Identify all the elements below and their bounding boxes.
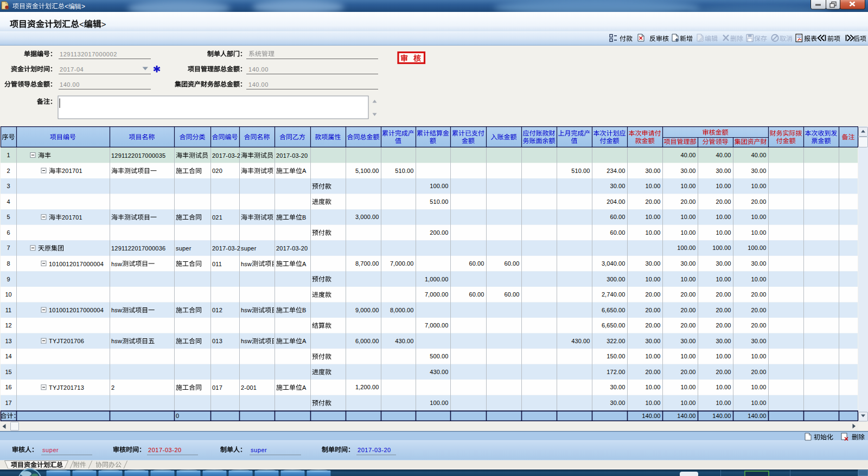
svg-text:1010012017000004: 1010012017000004 [49,307,104,313]
svg-text:TYJT201713: TYJT201713 [49,384,84,391]
svg-text:1,000.00: 1,000.00 [425,276,449,282]
svg-text:hsw: hsw [111,307,122,313]
svg-text:20.00: 20.00 [645,291,660,298]
svg-text:201701: 201701 [62,168,82,174]
svg-text:300.00: 300.00 [607,276,625,282]
svg-text:6,650.00: 6,650.00 [602,322,626,329]
svg-text:7: 7 [7,245,10,251]
svg-text:hsw: hsw [111,261,122,267]
svg-text:8,000.00: 8,000.00 [390,307,414,313]
svg-text:hsw: hsw [241,338,252,344]
svg-text:140.00: 140.00 [677,413,695,419]
svg-text:100.00: 100.00 [712,245,731,251]
svg-text:200.00: 200.00 [430,229,448,236]
svg-text:30.00: 30.00 [716,260,731,267]
svg-text:100.00: 100.00 [430,183,448,189]
svg-text:140.00: 140.00 [248,66,269,73]
svg-text:10.00: 10.00 [751,276,766,282]
svg-text:A: A [302,168,307,174]
svg-text:2: 2 [7,168,10,174]
svg-text:10.00: 10.00 [680,400,695,406]
svg-text:10.00: 10.00 [680,276,695,282]
svg-text:2017-03-20: 2017-03-20 [276,152,308,159]
svg-text:204.00: 204.00 [607,198,625,205]
svg-text:10.00: 10.00 [716,214,731,220]
svg-text:1: 1 [7,152,10,158]
svg-text:430.00: 430.00 [571,338,590,344]
svg-text:2-001: 2-001 [241,384,257,391]
svg-text:10.00: 10.00 [751,384,766,390]
svg-text:10.00: 10.00 [645,229,660,236]
svg-text:10.00: 10.00 [716,384,731,390]
svg-text:super: super [251,447,267,453]
svg-text:13: 13 [5,338,11,344]
svg-text:17: 17 [5,400,11,406]
svg-text:140.00: 140.00 [748,413,766,419]
svg-text:A: A [302,261,307,267]
svg-text:11: 11 [5,307,11,313]
svg-text:1,200.00: 1,200.00 [355,384,379,390]
svg-text:10.00: 10.00 [645,400,660,406]
svg-text:10.00: 10.00 [751,229,766,236]
svg-text:<编辑>: <编辑> [65,3,85,10]
svg-text:1291132017000002: 1291132017000002 [60,51,117,57]
svg-text:20.00: 20.00 [716,322,731,329]
svg-text:10.00: 10.00 [751,353,766,359]
svg-text:430.00: 430.00 [395,338,413,344]
svg-text:6,650.00: 6,650.00 [602,307,626,313]
svg-text:100.00: 100.00 [677,245,695,251]
svg-text:9,000.00: 9,000.00 [355,307,379,313]
svg-text:30.00: 30.00 [716,338,731,344]
svg-text:8,700.00: 8,700.00 [355,260,379,267]
svg-text:A: A [302,338,307,344]
svg-text:10.00: 10.00 [645,276,660,282]
svg-text:500.00: 500.00 [430,353,448,359]
svg-text:7,000.00: 7,000.00 [425,291,449,298]
svg-text:30.00: 30.00 [680,260,695,267]
svg-text:hsw: hsw [241,307,252,313]
svg-text:20.00: 20.00 [645,369,660,375]
svg-text:20.00: 20.00 [645,307,660,313]
svg-text:60.00: 60.00 [469,291,484,298]
svg-text:2017-04: 2017-04 [60,66,84,73]
svg-text:20.00: 20.00 [751,369,766,375]
svg-text:30.00: 30.00 [645,338,660,344]
svg-text:20.00: 20.00 [680,369,695,375]
svg-text:140.00: 140.00 [248,81,269,88]
svg-text:7,000.00: 7,000.00 [390,260,414,267]
svg-text:3,040.00: 3,040.00 [602,260,626,267]
svg-text:10.00: 10.00 [751,183,766,189]
svg-text:10.00: 10.00 [645,183,660,189]
svg-text:140.00: 140.00 [60,81,80,88]
svg-text:super: super [176,245,192,252]
svg-text:6,000.00: 6,000.00 [355,338,379,344]
svg-text:20.00: 20.00 [680,307,695,313]
svg-text:30.00: 30.00 [751,260,766,267]
svg-text:40.00: 40.00 [716,152,731,158]
svg-text:60.00: 60.00 [610,229,625,236]
svg-text:B: B [302,307,307,313]
svg-text:10.00: 10.00 [645,353,660,359]
svg-text:hsw: hsw [111,338,122,344]
svg-text:510.00: 510.00 [395,168,413,174]
svg-text:2017-03-2: 2017-03-2 [212,245,240,252]
svg-text:30.00: 30.00 [610,400,625,406]
svg-text:10: 10 [5,291,11,298]
svg-text:2017-03-20: 2017-03-20 [358,447,391,453]
svg-text:140.00: 140.00 [712,413,731,419]
svg-text:20.00: 20.00 [680,291,695,298]
svg-text:430.00: 430.00 [430,369,448,375]
svg-text:020: 020 [212,168,222,174]
svg-text:3,000.00: 3,000.00 [355,214,379,220]
svg-text:234.00: 234.00 [607,168,625,174]
svg-text:2017-03-20: 2017-03-20 [148,447,182,453]
svg-text:20.00: 20.00 [751,307,766,313]
svg-text:140.00: 140.00 [642,413,660,419]
svg-text:2: 2 [111,384,114,391]
svg-text:9: 9 [7,276,10,282]
svg-text:20.00: 20.00 [680,322,695,329]
svg-text:10.00: 10.00 [680,183,695,189]
svg-text:10.00: 10.00 [716,229,731,236]
svg-text:20.00: 20.00 [751,198,766,205]
svg-text:2017-03-20: 2017-03-20 [276,245,308,252]
